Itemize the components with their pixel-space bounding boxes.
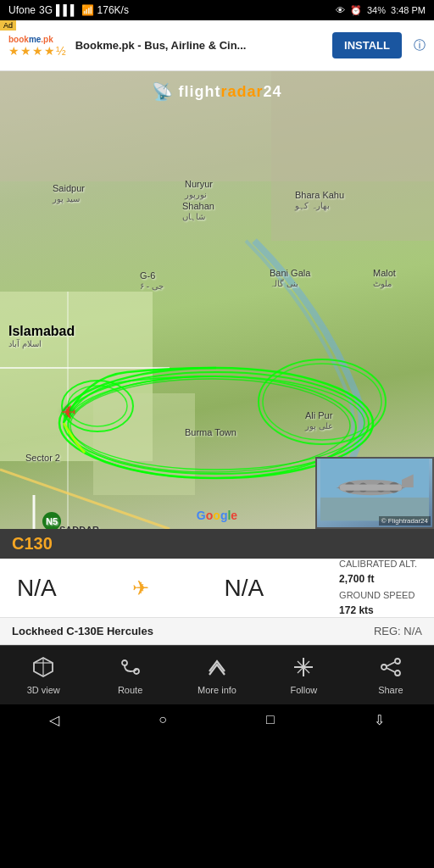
svg-point-36 [381,665,387,670]
flight-reg-row: Lockheed C-130E Hercules REG: N/A [0,618,434,645]
share-icon [380,656,402,682]
time-label: 3:48 PM [391,5,426,15]
speed-label: 176K/s [97,4,129,16]
back-button[interactable]: ◁ [49,712,59,728]
info-chevron-icon [206,656,228,682]
ground-speed-label: GROUND SPEED [339,588,417,604]
recent-button[interactable]: □ [266,712,275,727]
flight-data-row: N/A ✈ N/A CALIBRATED ALT. 2,700 ft GROUN… [0,559,434,618]
flight-side-data: CALIBRATED ALT. 2,700 ft GROUND SPEED 17… [339,557,417,620]
eye-icon: 👁 [336,5,345,15]
nav-label-share: Share [378,685,403,695]
info-icon[interactable]: ⓘ [414,38,426,53]
nav-item-moreinfo[interactable]: More info [174,656,260,695]
route-icon [120,656,142,682]
svg-point-37 [395,659,400,664]
nav-item-3dview[interactable]: 3D view [0,656,86,695]
aircraft-svg [320,457,429,524]
battery-label: 34% [367,5,386,15]
nav-item-share[interactable]: Share [348,656,434,695]
svg-point-38 [395,670,400,676]
ground-speed-value: 172 kts [339,603,417,619]
flight-header: C130 [0,529,434,559]
plane-icon: ✈ [61,400,76,422]
nav-label-3dview: 3D view [27,685,60,695]
nav-label-follow: Follow [291,685,318,695]
status-left: Ufone 3G ▌▌▌ 📶 176K/s [8,4,129,16]
carrier-label: Ufone [8,4,36,16]
bookme-logo: bookme.pk [8,34,53,44]
status-right: 👁 ⏰ 34% 3:48 PM [336,5,426,16]
alarm-icon: ⏰ [350,5,362,16]
reg-value: REG: N/A [374,625,422,637]
bottom-nav: 3D view Route More info [0,645,434,704]
dest-col: N/A [225,575,264,602]
origin-col: N/A [17,575,57,602]
home-button[interactable]: ○ [159,712,167,727]
svg-point-11 [68,376,356,478]
aircraft-type-label: Lockheed C-130E Hercules [12,625,153,637]
ad-text: Bookme.pk - Bus, Airline & Cin... [75,39,324,52]
map-container[interactable]: 📡 flightradar24 ✈ Saidpur سید پور Nuryur… [0,71,434,529]
svg-point-14 [263,364,381,440]
svg-point-30 [122,660,127,665]
flight-arrow-icon: ✈ [132,576,149,600]
cube-icon [32,656,54,682]
ad-label: Ad [0,20,16,31]
google-logo: Google [197,509,237,522]
svg-line-40 [387,668,395,672]
status-bar: Ufone 3G ▌▌▌ 📶 176K/s 👁 ⏰ 34% 3:48 PM [0,0,434,20]
nav-item-route[interactable]: Route [86,656,173,695]
calibrated-alt-value: 2,700 ft [339,571,417,587]
signal-label: 3G [39,4,53,16]
svg-point-12 [70,379,350,472]
ad-logo-area: bookme.pk ★★★★½ [8,34,67,58]
origin-value: N/A [17,575,57,602]
nav-item-follow[interactable]: Follow [260,656,347,695]
nav-label-moreinfo: More info [198,685,236,695]
system-nav: ◁ ○ □ ⇩ [0,704,434,735]
svg-line-39 [387,662,395,666]
ad-banner: Ad bookme.pk ★★★★½ Bookme.pk - Bus, Airl… [0,20,434,71]
callsign-label: C130 [12,534,53,554]
ad-stars: ★★★★½ [8,44,67,58]
dest-value: N/A [225,575,264,602]
svg-point-13 [259,359,386,444]
signal-bars: ▌▌▌ [56,4,78,16]
aircraft-thumbnail: © Flightradar24 [315,457,434,529]
flightradar-credit: © Flightradar24 [379,516,431,526]
svg-rect-26 [340,484,402,490]
wifi-icon: 📶 [81,4,94,16]
follow-icon [292,656,314,682]
calibrated-alt-label: CALIBRATED ALT. [339,557,417,572]
nav-label-route: Route [118,685,142,695]
extra-button[interactable]: ⇩ [374,712,385,728]
install-button[interactable]: INSTALL [332,32,402,58]
